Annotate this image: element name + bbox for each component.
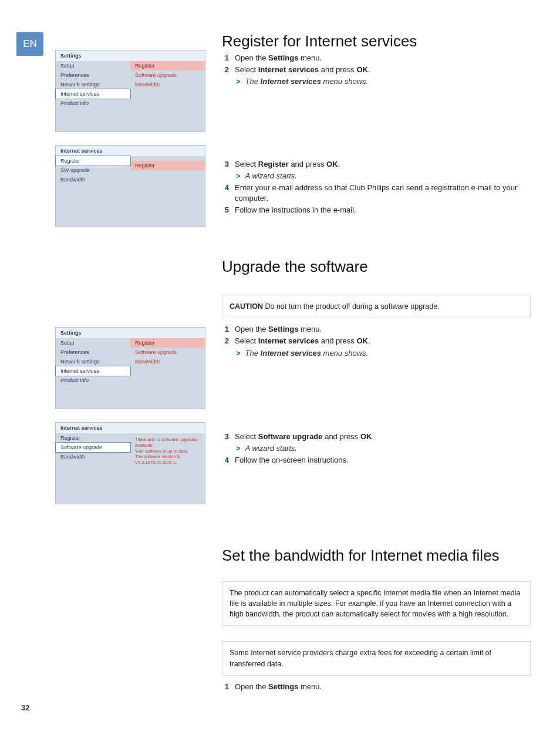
- sub-text: The Internet services menu shows.: [245, 348, 369, 359]
- step-list: 1 Open the Settings menu.: [222, 682, 531, 692]
- step-number: 1: [222, 682, 229, 692]
- menu-item: Setup: [56, 61, 130, 70]
- section-heading: Upgrade the software: [222, 258, 531, 276]
- step-list: 1 Open the Settings menu. 2 Select Inter…: [222, 53, 531, 87]
- sub-marker: >: [236, 348, 241, 359]
- menu-item: Preferences: [56, 70, 130, 80]
- step-text: Select Register and press OK. > A wizard…: [235, 159, 531, 181]
- menu-item: Software upgrade: [130, 348, 205, 357]
- menu-title: Settings: [56, 328, 205, 338]
- caution-text: Do not turn the product off during a sof…: [263, 302, 440, 311]
- menu-item-selected: Internet services: [55, 366, 131, 376]
- menu-settings-2: Settings Setup Preferences Network setti…: [55, 327, 205, 409]
- step-number: 3: [222, 159, 229, 170]
- menu-item: Software upgrade: [130, 70, 205, 80]
- menu-title: Internet services: [56, 423, 205, 433]
- caution-box: CAUTION Do not turn the product off duri…: [222, 295, 531, 318]
- menu-info-text: There are no software upgrades available…: [130, 433, 205, 469]
- menu-item: Bandwidth: [56, 452, 130, 461]
- menu-item: Register: [56, 433, 130, 443]
- step-text: Follow the instructions in the e-mail.: [235, 205, 531, 215]
- sub-text: A wizard starts.: [245, 443, 297, 454]
- step-list: 3 Select Software upgrade and press OK. …: [222, 432, 531, 466]
- step-number: 4: [222, 455, 229, 466]
- step-text: Select Internet services and press OK. >…: [235, 336, 531, 358]
- menu-item: Network settings: [56, 80, 130, 89]
- step-text: Select Internet services and press OK. >…: [235, 65, 531, 87]
- step-number: 2: [222, 336, 229, 346]
- sub-marker: >: [236, 171, 241, 181]
- menu-title: Settings: [56, 50, 205, 61]
- menu-internet-services-1: Internet services Register SW upgrade Ba…: [55, 145, 205, 227]
- step-number: 4: [222, 183, 229, 193]
- step-number: 3: [222, 432, 229, 442]
- section-heading: Register for Internet services: [222, 32, 531, 50]
- menu-settings-1: Settings Setup Preferences Network setti…: [55, 50, 205, 132]
- language-tab: EN: [16, 32, 43, 56]
- caution-label: CAUTION: [230, 302, 263, 311]
- info-box: Some Internet service providers charge e…: [222, 641, 531, 675]
- step-list: 1 Open the Settings menu. 2 Select Inter…: [222, 324, 531, 359]
- menu-item: Setup: [56, 338, 130, 348]
- step-text: Open the Settings menu.: [235, 324, 531, 335]
- sub-marker: >: [236, 76, 241, 87]
- menu-item-selected: Internet services: [55, 89, 131, 99]
- sub-text: The Internet services menu shows.: [245, 76, 369, 87]
- menu-item: Network settings: [56, 357, 130, 366]
- sub-text: A wizard starts.: [245, 171, 297, 181]
- sub-marker: >: [236, 443, 241, 454]
- menu-item: SW upgrade: [56, 166, 130, 175]
- menu-item: Product info: [56, 99, 130, 108]
- step-text: Open the Settings menu.: [235, 53, 531, 63]
- step-number: 1: [222, 324, 229, 335]
- menu-item-highlight: Register: [130, 161, 205, 170]
- menu-item: Bandwidth: [56, 175, 130, 184]
- menu-item-highlight: Register: [130, 61, 205, 70]
- step-number: 5: [222, 205, 229, 215]
- menu-item-highlight: Register: [130, 338, 205, 348]
- step-text: Select Software upgrade and press OK. > …: [235, 432, 531, 454]
- menu-item: Preferences: [56, 348, 130, 357]
- info-box: The product can automatically select a s…: [222, 581, 531, 626]
- menu-item-selected: Register: [55, 156, 131, 166]
- menu-item: Bandwidth: [130, 357, 205, 366]
- menu-item: Product info: [56, 376, 130, 385]
- page-number: 32: [21, 703, 29, 712]
- step-number: 2: [222, 65, 229, 75]
- menu-internet-services-2: Internet services Register Software upgr…: [55, 422, 205, 504]
- menu-item: Bandwidth: [130, 80, 205, 89]
- step-text: Enter your e-mail address so that Club P…: [235, 183, 531, 204]
- menu-item-selected: Software upgrade: [55, 442, 131, 453]
- menu-title: Internet services: [56, 146, 205, 156]
- step-text: Open the Settings menu.: [235, 682, 531, 692]
- step-number: 1: [222, 53, 229, 63]
- section-heading: Set the bandwidth for Internet media fil…: [222, 547, 531, 565]
- step-text: Follow the on-screen instructions.: [235, 455, 531, 466]
- step-list: 3 Select Register and press OK. > A wiza…: [222, 159, 531, 216]
